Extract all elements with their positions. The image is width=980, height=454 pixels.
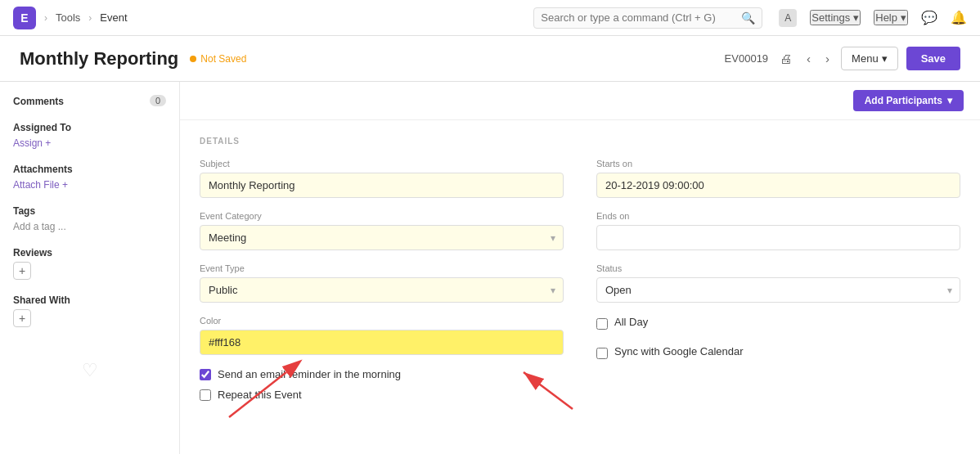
not-saved-text: Not Saved — [200, 53, 246, 65]
main-layout: Comments 0 Assigned To Assign + Attachme… — [0, 82, 980, 454]
shared-with-add-button[interactable]: + — [13, 309, 31, 327]
comments-label: Comments — [13, 96, 64, 107]
sync-google-checkbox[interactable] — [596, 348, 608, 359]
ends-on-group: Ends on — [596, 211, 960, 250]
tags-label: Tags — [13, 205, 166, 217]
save-button[interactable]: Save — [906, 47, 960, 70]
sync-google-label[interactable]: Sync with Google Calendar — [614, 345, 744, 357]
search-icon: 🔍 — [741, 11, 755, 25]
form-grid: Subject Event Category Meeting Conferenc… — [200, 159, 960, 409]
attach-file-link[interactable]: Attach File + — [13, 179, 68, 191]
top-nav: E › Tools › Event 🔍 A Settings ▾ Help ▾ … — [0, 0, 980, 36]
sidebar-attachments: Attachments Attach File + — [13, 164, 166, 191]
color-label: Color — [200, 316, 564, 326]
send-email-label[interactable]: Send an email reminder in the morning — [218, 368, 401, 380]
tags-placeholder[interactable]: Add a tag ... — [13, 221, 66, 232]
repeat-event-label[interactable]: Repeat this Event — [218, 389, 302, 401]
breadcrumb-event[interactable]: Event — [100, 11, 127, 24]
sidebar: Comments 0 Assigned To Assign + Attachme… — [0, 82, 180, 454]
event-type-label: Event Type — [200, 263, 564, 273]
avatar-btn[interactable]: A — [779, 9, 797, 27]
sidebar-bottom: ♡ — [13, 360, 166, 381]
page-header-right: EV00019 🖨 ‹ › Menu ▾ Save — [725, 47, 960, 70]
status-group: Status Open Planned Held Not Held ▾ — [596, 263, 960, 303]
all-day-label[interactable]: All Day — [614, 316, 648, 328]
nav-actions: A Settings ▾ Help ▾ 💬 🔔 — [779, 9, 967, 27]
sync-google-row: Sync with Google Calendar — [596, 345, 960, 362]
ends-on-input[interactable] — [596, 225, 960, 250]
starts-on-label: Starts on — [596, 159, 960, 169]
search-bar[interactable]: 🔍 — [533, 7, 762, 29]
print-button[interactable]: 🖨 — [776, 48, 795, 69]
page-header: Monthly Reporting Not Saved EV00019 🖨 ‹ … — [0, 36, 980, 82]
status-label: Status — [596, 263, 960, 273]
all-day-checkbox[interactable] — [596, 318, 608, 330]
next-button[interactable]: › — [822, 48, 833, 69]
reviews-label: Reviews — [13, 247, 166, 258]
content-top-bar: Add Participants ▾ — [180, 82, 980, 120]
heart-icon: ♡ — [82, 360, 98, 380]
sidebar-assigned-to: Assigned To Assign + — [13, 122, 166, 149]
attachments-label: Attachments — [13, 164, 166, 175]
repeat-event-checkbox[interactable] — [200, 389, 211, 401]
menu-button[interactable]: Menu ▾ — [841, 47, 898, 70]
all-day-row: All Day — [596, 316, 960, 332]
color-input[interactable] — [200, 330, 564, 355]
breadcrumb-chevron-2: › — [88, 12, 92, 24]
sync-google-group: Sync with Google Calendar — [596, 345, 960, 362]
app-logo[interactable]: E — [13, 7, 36, 29]
chat-icon[interactable]: 💬 — [921, 10, 937, 25]
not-saved-badge: Not Saved — [190, 53, 246, 65]
send-email-row: Send an email reminder in the morning — [200, 368, 564, 380]
event-category-select[interactable]: Meeting Conference Workshop Webinar — [200, 225, 564, 250]
event-category-group: Event Category Meeting Conference Worksh… — [200, 211, 564, 250]
event-type-select[interactable]: Public Private Confidential — [200, 277, 564, 303]
color-group: Color — [200, 316, 564, 355]
starts-on-group: Starts on — [596, 159, 960, 198]
settings-button[interactable]: Settings ▾ — [810, 10, 861, 25]
prev-button[interactable]: ‹ — [803, 48, 814, 69]
status-select-wrap: Open Planned Held Not Held ▾ — [596, 277, 960, 303]
event-type-group: Event Type Public Private Confidential ▾ — [200, 263, 564, 303]
all-day-group: All Day — [596, 316, 960, 332]
repeat-event-row: Repeat this Event — [200, 389, 564, 401]
content-area: Add Participants ▾ DETAILS Subject Event… — [180, 82, 980, 454]
ends-on-label: Ends on — [596, 211, 960, 221]
subject-input[interactable] — [200, 173, 564, 198]
sidebar-reviews: Reviews + — [13, 247, 166, 280]
sidebar-comments: Comments 0 — [13, 95, 166, 107]
event-id: EV00019 — [725, 52, 769, 65]
help-button[interactable]: Help ▾ — [874, 10, 908, 25]
page-title: Monthly Reporting — [20, 48, 178, 70]
breadcrumb-chevron-1: › — [44, 12, 47, 24]
form-left-column: Subject Event Category Meeting Conferenc… — [200, 159, 564, 409]
bell-icon[interactable]: 🔔 — [951, 10, 967, 25]
event-type-select-wrap: Public Private Confidential ▾ — [200, 277, 564, 303]
sidebar-tags: Tags Add a tag ... — [13, 205, 166, 232]
status-select[interactable]: Open Planned Held Not Held — [596, 277, 960, 303]
shared-with-label: Shared With — [13, 294, 166, 306]
details-section-label: DETAILS — [200, 137, 960, 146]
avatar: A — [779, 9, 797, 27]
add-participants-button[interactable]: Add Participants ▾ — [853, 90, 964, 111]
event-category-label: Event Category — [200, 211, 564, 221]
send-email-checkbox[interactable] — [200, 369, 211, 380]
assigned-to-label: Assigned To — [13, 122, 166, 133]
comments-count: 0 — [150, 95, 166, 106]
starts-on-input[interactable] — [596, 173, 960, 198]
not-saved-dot — [190, 56, 196, 62]
subject-group: Subject — [200, 159, 564, 198]
sidebar-shared-with: Shared With + — [13, 294, 166, 327]
breadcrumb-tools[interactable]: Tools — [56, 11, 80, 24]
event-category-select-wrap: Meeting Conference Workshop Webinar ▾ — [200, 225, 564, 250]
search-input[interactable] — [541, 11, 736, 24]
details-section: DETAILS Subject Event Category Meetin — [180, 120, 980, 425]
assign-link[interactable]: Assign + — [13, 137, 51, 149]
subject-label: Subject — [200, 159, 564, 169]
reviews-add-button[interactable]: + — [13, 262, 31, 280]
form-right-column: Starts on Ends on Status Open — [596, 159, 960, 409]
